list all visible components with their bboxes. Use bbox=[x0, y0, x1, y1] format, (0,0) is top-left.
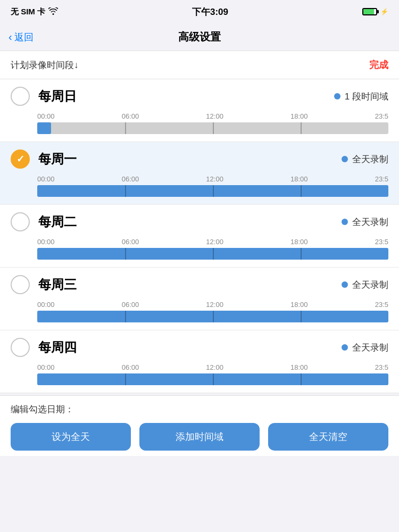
timeline-label: 00:00 bbox=[37, 112, 55, 120]
day-status-wrapper-wednesday: 全天录制 bbox=[342, 279, 388, 291]
timeline-label: 12:00 bbox=[206, 112, 223, 120]
status-bar: 无 SIM 卡 下午3:09 ⚡ bbox=[0, 0, 399, 23]
day-header-thursday: 每周四全天录制 bbox=[0, 330, 399, 361]
charging-icon: ⚡ bbox=[380, 8, 388, 15]
status-left: 无 SIM 卡 bbox=[11, 7, 58, 17]
day-block-sunday: 每周日1 段时间域00:0006:0012:0018:0023:5 bbox=[0, 79, 399, 142]
timeline-label: 06:00 bbox=[122, 301, 139, 309]
add-time-slot-button[interactable]: 添加时间域 bbox=[139, 423, 260, 451]
timeline-label: 18:00 bbox=[290, 175, 308, 183]
timeline-divider bbox=[213, 248, 214, 260]
timeline-labels-thursday: 00:0006:0012:0018:0023:5 bbox=[37, 363, 388, 371]
timeline-label: 23:5 bbox=[375, 238, 388, 246]
battery-icon bbox=[362, 8, 377, 15]
day-name-thursday: 每周四 bbox=[38, 339, 342, 356]
timeline-divider bbox=[213, 185, 214, 197]
day-name-wednesday: 每周三 bbox=[38, 276, 342, 293]
timeline-label: 00:00 bbox=[37, 238, 55, 246]
day-status-wednesday: 全天录制 bbox=[352, 279, 388, 291]
day-status-thursday: 全天录制 bbox=[352, 342, 388, 354]
timeline-sunday: 00:0006:0012:0018:0023:5 bbox=[0, 110, 399, 142]
timeline-divider bbox=[213, 373, 214, 385]
timeline-labels-monday: 00:0006:0012:0018:0023:5 bbox=[37, 175, 388, 183]
timeline-divider bbox=[125, 248, 126, 260]
day-header-monday: 每周一全天录制 bbox=[0, 142, 399, 173]
timeline-thursday: 00:0006:0012:0018:0023:5 bbox=[0, 361, 399, 393]
day-block-tuesday: 每周二全天录制00:0006:0012:0018:0023:5 bbox=[0, 205, 399, 268]
timeline-label: 12:00 bbox=[206, 175, 223, 183]
section-header: 计划录像时间段↓ 完成 bbox=[0, 51, 399, 79]
day-name-monday: 每周一 bbox=[38, 151, 342, 168]
action-buttons: 设为全天添加时间域全天清空 bbox=[11, 423, 388, 451]
back-button[interactable]: ‹ 返回 bbox=[9, 31, 34, 44]
section-header-label: 计划录像时间段↓ bbox=[11, 59, 79, 71]
day-checkbox-thursday[interactable] bbox=[11, 338, 30, 357]
timeline-label: 00:00 bbox=[37, 301, 55, 309]
timeline-label: 06:00 bbox=[122, 175, 139, 183]
day-header-wednesday: 每周三全天录制 bbox=[0, 268, 399, 298]
timeline-label: 00:00 bbox=[37, 175, 55, 183]
back-label: 返回 bbox=[14, 31, 34, 44]
day-dot-monday bbox=[342, 156, 348, 162]
clear-all-day-button[interactable]: 全天清空 bbox=[268, 423, 388, 451]
timeline-divider bbox=[301, 185, 302, 197]
timeline-monday: 00:0006:0012:0018:0023:5 bbox=[0, 173, 399, 204]
timeline-label: 23:5 bbox=[375, 175, 388, 183]
day-status-tuesday: 全天录制 bbox=[352, 216, 388, 228]
day-block-wednesday: 每周三全天录制00:0006:0012:0018:0023:5 bbox=[0, 268, 399, 330]
timeline-bar-sunday[interactable] bbox=[37, 122, 388, 134]
status-right: ⚡ bbox=[362, 8, 388, 15]
set-all-day-button[interactable]: 设为全天 bbox=[11, 423, 131, 451]
timeline-label: 06:00 bbox=[122, 238, 139, 246]
day-status-sunday: 1 段时间域 bbox=[345, 90, 388, 103]
timeline-labels-wednesday: 00:0006:0012:0018:0023:5 bbox=[37, 301, 388, 309]
day-status-wrapper-monday: 全天录制 bbox=[342, 153, 388, 165]
day-dot-wednesday bbox=[342, 281, 348, 288]
timeline-wednesday: 00:0006:0012:0018:0023:5 bbox=[0, 298, 399, 330]
day-block-thursday: 每周四全天录制00:0006:0012:0018:0023:5 bbox=[0, 330, 399, 393]
day-checkbox-monday[interactable] bbox=[11, 149, 30, 169]
timeline-label: 00:00 bbox=[37, 363, 55, 371]
timeline-bar-tuesday[interactable] bbox=[37, 248, 388, 260]
timeline-label: 18:00 bbox=[290, 238, 308, 246]
timeline-divider bbox=[213, 122, 214, 134]
timeline-divider bbox=[213, 311, 214, 322]
back-chevron-icon: ‹ bbox=[9, 31, 12, 43]
timeline-bar-wednesday[interactable] bbox=[37, 311, 388, 322]
day-status-monday: 全天录制 bbox=[352, 153, 388, 165]
timeline-divider bbox=[125, 122, 126, 134]
timeline-divider bbox=[301, 373, 302, 385]
bottom-section: 编辑勾选日期： 设为全天添加时间域全天清空 bbox=[0, 395, 399, 456]
timeline-divider bbox=[125, 311, 126, 322]
day-dot-sunday bbox=[334, 93, 340, 99]
day-dot-thursday bbox=[342, 344, 348, 351]
timeline-fill-sunday bbox=[37, 122, 51, 134]
timeline-label: 23:5 bbox=[375, 112, 388, 120]
day-checkbox-wednesday[interactable] bbox=[11, 275, 30, 294]
day-header-sunday: 每周日1 段时间域 bbox=[0, 79, 399, 110]
day-status-wrapper-tuesday: 全天录制 bbox=[342, 216, 388, 228]
content: 每周日1 段时间域00:0006:0012:0018:0023:5每周一全天录制… bbox=[0, 79, 399, 393]
timeline-label: 18:00 bbox=[290, 112, 308, 120]
timeline-divider bbox=[301, 311, 302, 322]
timeline-label: 12:00 bbox=[206, 301, 223, 309]
day-checkbox-tuesday[interactable] bbox=[11, 212, 30, 231]
day-checkbox-sunday[interactable] bbox=[11, 87, 30, 106]
timeline-labels-tuesday: 00:0006:0012:0018:0023:5 bbox=[37, 238, 388, 246]
day-header-tuesday: 每周二全天录制 bbox=[0, 205, 399, 236]
timeline-bar-monday[interactable] bbox=[37, 185, 388, 197]
nav-bar: ‹ 返回 高级设置 bbox=[0, 23, 399, 51]
timeline-bar-thursday[interactable] bbox=[37, 373, 388, 385]
timeline-divider bbox=[125, 373, 126, 385]
timeline-divider bbox=[301, 248, 302, 260]
timeline-label: 12:00 bbox=[206, 238, 223, 246]
day-block-monday: 每周一全天录制00:0006:0012:0018:0023:5 bbox=[0, 142, 399, 205]
timeline-divider bbox=[301, 122, 302, 134]
day-name-tuesday: 每周二 bbox=[38, 213, 342, 230]
timeline-label: 06:00 bbox=[122, 112, 139, 120]
timeline-tuesday: 00:0006:0012:0018:0023:5 bbox=[0, 236, 399, 267]
timeline-labels-sunday: 00:0006:0012:0018:0023:5 bbox=[37, 112, 388, 120]
timeline-label: 06:00 bbox=[122, 363, 139, 371]
done-button[interactable]: 完成 bbox=[369, 59, 388, 71]
page-title: 高级设置 bbox=[178, 30, 221, 44]
